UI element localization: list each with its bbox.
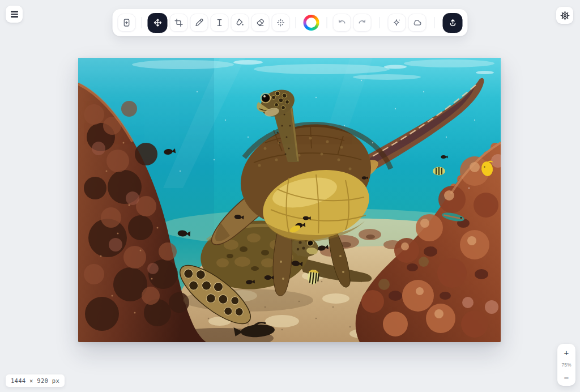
toolbar-divider [327,17,327,28]
crop-tool-button[interactable] [170,14,188,32]
eraser-icon [256,18,265,27]
canvas-dimensions-label: 1444 × 920 px [11,377,59,384]
toolbar-divider [434,17,435,28]
move-tool-button[interactable] [148,13,168,33]
ai-button[interactable] [388,14,406,32]
zoom-level-label: 75% [561,362,571,368]
redo-arrow-icon [358,18,367,27]
paint-bucket-icon [236,18,245,27]
canvas-dimensions-badge: 1444 × 920 px [6,374,65,387]
menu-button[interactable] [6,6,23,23]
crop-icon [174,18,184,27]
toolbar-divider [142,17,142,28]
color-picker-button[interactable] [304,15,319,31]
hamburger-icon [11,11,18,17]
file-plus-icon [122,18,131,27]
redo-button[interactable] [353,14,372,32]
undo-button[interactable] [333,14,351,32]
canvas[interactable] [78,58,501,342]
pen-icon [195,18,204,27]
effects-tool-button[interactable] [272,14,290,32]
text-serif-icon [215,18,224,27]
gear-icon [560,11,570,20]
new-file-button[interactable] [118,14,136,32]
eraser-tool-button[interactable] [251,14,270,32]
cloud-button[interactable] [408,14,427,32]
dither-dots-icon [276,18,285,27]
settings-button[interactable] [556,7,573,24]
cloud-icon [413,18,422,27]
toolbar-divider [296,17,296,28]
fill-tool-button[interactable] [231,14,249,32]
zoom-panel: + 75% − [557,344,575,386]
draw-tool-button[interactable] [190,14,208,32]
toolbar [113,9,468,36]
zoom-out-button[interactable]: − [560,372,573,382]
upload-icon [448,18,457,27]
zoom-in-button[interactable]: + [560,347,573,357]
move-arrows-icon [153,18,162,27]
undo-arrow-icon [338,18,347,27]
text-tool-button[interactable] [211,14,229,32]
toolbar-divider [379,17,380,28]
sparkles-icon [393,18,402,27]
canvas-image[interactable] [78,58,501,342]
export-button[interactable] [443,13,463,33]
